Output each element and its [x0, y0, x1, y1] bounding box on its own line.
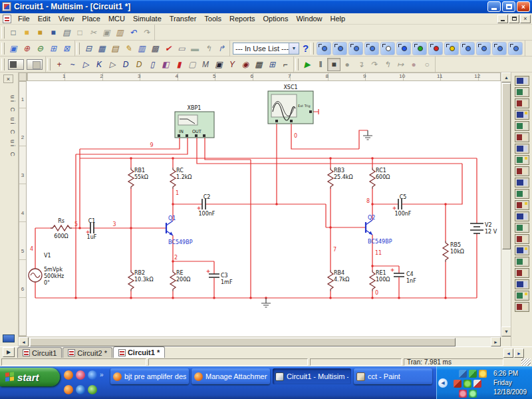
sheet-tab[interactable]: Circuit2 * — [63, 347, 112, 358]
close-button[interactable]: × — [517, 1, 530, 12]
undo-icon[interactable]: ↶ — [126, 26, 140, 39]
oscilloscope-icon[interactable] — [515, 110, 529, 120]
place-bus-icon[interactable]: ⌐ — [279, 58, 292, 71]
virtual-toolbar-button-7[interactable] — [412, 42, 427, 55]
design-toolbox-icon[interactable]: ⊟ — [82, 42, 95, 55]
place-rf-icon[interactable]: Y — [225, 58, 239, 71]
database-manager-icon[interactable]: ▤ — [108, 42, 122, 55]
chevron-down-icon[interactable]: ▼ — [289, 43, 299, 54]
function-generator-icon[interactable] — [515, 87, 529, 97]
virtual-toolbar-button-3[interactable] — [348, 42, 363, 55]
horizontal-scroll-thumb[interactable] — [30, 338, 456, 346]
toggle-breakpoint-icon[interactable]: ● — [407, 58, 420, 71]
step-over-icon[interactable]: ↷ — [367, 58, 380, 71]
menu-item[interactable]: Transfer — [166, 13, 201, 24]
logic-converter-icon[interactable] — [515, 178, 529, 188]
close-icon[interactable]: × — [3, 74, 13, 83]
measurement-probe-icon[interactable] — [515, 279, 529, 289]
transistor-q2[interactable] — [366, 220, 372, 235]
horizontal-scrollbar[interactable]: ◄ ► — [19, 336, 501, 346]
menu-item[interactable]: Window — [292, 13, 326, 24]
place-misc-digital-icon[interactable]: ▯ — [146, 58, 159, 71]
quick-launch-media-player-icon[interactable] — [76, 385, 85, 394]
scroll-left-icon[interactable]: ◄ — [19, 337, 29, 346]
tray-icon-3[interactable] — [479, 370, 487, 378]
iv-analyzer-icon[interactable] — [515, 189, 529, 199]
virtual-toolbar-button-6[interactable] — [396, 42, 411, 55]
bode-plotter-icon[interactable] — [515, 132, 529, 142]
vertical-scrollbar[interactable]: ▲ ▼ — [501, 72, 511, 336]
document-icon[interactable] — [3, 15, 11, 23]
place-diode-icon[interactable]: ▷ — [79, 58, 92, 71]
spreadsheet-view-icon[interactable]: ▦ — [95, 42, 108, 55]
quick-launch-chevron-icon[interactable]: » — [100, 370, 104, 380]
menu-item[interactable]: Help — [327, 13, 350, 24]
open-samples-icon[interactable]: ■ — [33, 26, 47, 39]
distortion-analyzer-icon[interactable] — [515, 200, 529, 210]
cut-icon[interactable]: ✂ — [86, 26, 100, 39]
place-mcu-icon[interactable]: ▦ — [252, 58, 265, 71]
menu-item[interactable]: Place — [78, 13, 104, 24]
postprocessor-icon[interactable]: ▩ — [148, 42, 162, 55]
run-to-cursor-icon[interactable]: ↦ — [394, 58, 407, 71]
design-toolbox-icon[interactable] — [3, 334, 15, 342]
mdi-minimize-button[interactable] — [497, 15, 508, 23]
step-out-icon[interactable]: ↰ — [380, 58, 394, 71]
save-icon[interactable]: ■ — [47, 26, 60, 39]
record-icon[interactable]: ● — [340, 58, 354, 71]
spreadsheet-expand-icon[interactable]: ▶ — [3, 347, 15, 357]
redo-icon[interactable]: ↷ — [140, 26, 153, 39]
copy-icon[interactable]: ▣ — [100, 26, 113, 39]
tab-scroll-left-icon[interactable]: ◄ — [503, 348, 513, 358]
task-button[interactable]: cct - Paint — [354, 368, 432, 384]
zoom-fit-icon[interactable]: ⊠ — [60, 42, 73, 55]
place-transistor-icon[interactable]: K — [92, 58, 106, 71]
maximize-button[interactable] — [502, 1, 515, 12]
virtual-toolbar-button-12[interactable] — [492, 42, 507, 55]
task-button[interactable]: Circuit1 - Multisim - [C... — [273, 368, 351, 384]
menu-item[interactable]: Reports — [225, 13, 259, 24]
menu-item[interactable]: MCU — [104, 13, 129, 24]
virtual-toolbar-button-2[interactable] — [332, 42, 347, 55]
place-advanced-peripherals-icon[interactable]: ▣ — [212, 58, 225, 71]
tab-scroll-right-icon[interactable]: ► — [514, 348, 524, 358]
menu-item[interactable]: View — [55, 13, 78, 24]
forward-annotate-icon[interactable]: ↱ — [215, 42, 228, 55]
remove-breakpoints-icon[interactable]: ○ — [420, 58, 434, 71]
zoom-in-icon[interactable]: ⊕ — [20, 42, 33, 55]
hierarchical-block-icon[interactable]: ⊞ — [265, 58, 279, 71]
run-switch-icon[interactable] — [8, 59, 24, 70]
virtual-toolbar-button-11[interactable] — [476, 42, 491, 55]
virtual-toolbar-button-5[interactable] — [380, 42, 395, 55]
in-use-list-combobox[interactable]: --- In Use List --- ▼ — [233, 43, 299, 55]
run-icon[interactable]: ▶ — [301, 58, 314, 71]
menu-item[interactable]: Tools — [200, 13, 225, 24]
scroll-right-icon[interactable]: ► — [491, 337, 501, 346]
four-channel-oscilloscope-icon[interactable] — [515, 121, 529, 131]
agilent-multimeter-icon[interactable] — [515, 245, 529, 255]
zoom-area-icon[interactable]: ⊞ — [47, 42, 60, 55]
place-power-icon[interactable]: ▢ — [186, 58, 199, 71]
clock[interactable]: 6:26 PM Friday 12/18/2009 — [489, 368, 529, 398]
tray-icon-2[interactable] — [469, 370, 477, 378]
virtual-toolbar-button-10[interactable] — [460, 42, 475, 55]
breadboard-icon[interactable]: ▬ — [188, 42, 201, 55]
virtual-toolbar-button-4[interactable] — [364, 42, 379, 55]
help-button[interactable]: ? — [302, 43, 309, 54]
print-icon[interactable]: ▤ — [60, 26, 73, 39]
wires[interactable] — [35, 109, 477, 298]
place-analog-icon[interactable]: ▷ — [106, 58, 119, 71]
print-preview-icon[interactable]: □ — [73, 26, 86, 39]
tray-icon-8[interactable] — [469, 390, 477, 398]
pause-switch-icon[interactable] — [27, 59, 43, 70]
open-folder-icon[interactable]: ■ — [20, 26, 33, 39]
scroll-up-icon[interactable]: ▲ — [501, 72, 511, 82]
agilent-oscilloscope-icon[interactable] — [515, 257, 529, 267]
menu-item[interactable]: Options — [259, 13, 293, 24]
word-generator-icon[interactable] — [515, 155, 529, 165]
place-cmos-icon[interactable]: D — [132, 58, 146, 71]
vertical-scroll-thumb[interactable] — [502, 83, 511, 249]
place-electromech-icon[interactable]: ◉ — [239, 58, 252, 71]
mdi-restore-button[interactable] — [509, 15, 519, 23]
tray-icon-4[interactable] — [454, 380, 462, 388]
